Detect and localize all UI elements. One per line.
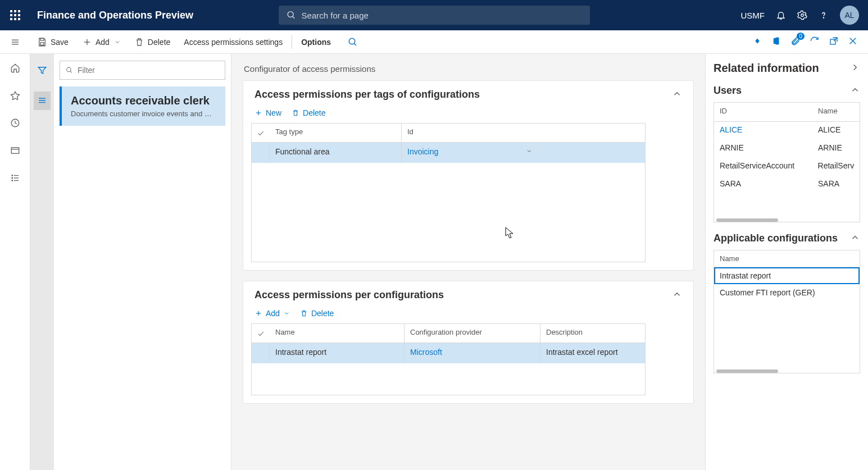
- configs-col-name[interactable]: Name: [270, 324, 405, 343]
- svg-rect-7: [40, 38, 44, 40]
- tags-new-button[interactable]: New: [255, 108, 281, 117]
- users-col-name[interactable]: Name: [812, 103, 843, 121]
- tags-section-collapse[interactable]: [672, 89, 682, 101]
- tags-row-tagtype[interactable]: Functional area: [270, 143, 402, 163]
- save-label: Save: [51, 38, 69, 47]
- svg-rect-8: [40, 42, 44, 45]
- configs-row-desc[interactable]: Intrastat excel report: [540, 343, 644, 363]
- users-row-id[interactable]: ARNIE: [714, 140, 812, 158]
- users-row[interactable]: RetailServiceAccount RetailServ: [714, 158, 860, 176]
- configs-row-name[interactable]: Intrastat report: [270, 343, 405, 363]
- list-tool-button[interactable]: [34, 92, 51, 110]
- nav-recent-button[interactable]: [10, 118, 20, 130]
- nav-home-button[interactable]: [10, 63, 20, 75]
- chevron-down-icon: [114, 39, 121, 45]
- help-button[interactable]: [819, 10, 829, 20]
- top-bar: Finance and Operations Preview USMF AL: [0, 0, 868, 30]
- svg-rect-20: [11, 148, 19, 154]
- configs-grid-row[interactable]: Intrastat report Microsoft Intrastat exc…: [252, 343, 645, 363]
- chevron-right-icon: [850, 62, 860, 72]
- global-search[interactable]: [279, 6, 590, 25]
- applicable-row[interactable]: Intrastat report: [714, 267, 860, 284]
- attachments-button[interactable]: 0: [790, 36, 801, 48]
- add-button[interactable]: Add: [75, 34, 128, 51]
- legal-entity-label[interactable]: USMF: [741, 11, 765, 20]
- users-row-name: ALICE: [812, 122, 846, 140]
- scrollbar-horizontal[interactable]: [716, 218, 778, 222]
- users-row-id[interactable]: SARA: [714, 176, 812, 194]
- configs-col-desc[interactable]: Description: [540, 324, 644, 343]
- tags-grid-row[interactable]: Functional area Invoicing: [252, 143, 645, 163]
- chevron-up-icon: [672, 289, 682, 299]
- users-row[interactable]: ARNIE ARNIE: [714, 140, 860, 158]
- gear-icon: [797, 10, 807, 20]
- users-col-id[interactable]: ID: [714, 103, 812, 121]
- list-filter-input[interactable]: [60, 61, 225, 80]
- users-row-id[interactable]: ALICE: [714, 122, 812, 140]
- users-section-title: Users: [714, 85, 742, 97]
- svg-marker-13: [755, 39, 760, 44]
- configs-section-collapse[interactable]: [672, 289, 682, 301]
- save-button[interactable]: Save: [30, 34, 75, 51]
- filter-tool-button[interactable]: [34, 62, 51, 80]
- configs-add-label: Add: [266, 309, 280, 318]
- users-row[interactable]: ALICE ALICE: [714, 122, 860, 140]
- nav-favorites-button[interactable]: [10, 90, 20, 102]
- applicable-col-name[interactable]: Name: [714, 250, 860, 267]
- role-list-item[interactable]: Accounts receivable clerk Documents cust…: [60, 86, 225, 126]
- settings-button[interactable]: [797, 10, 807, 20]
- users-section-collapse[interactable]: [850, 85, 860, 97]
- chevron-up-icon: [850, 232, 860, 243]
- plus-icon: [255, 309, 262, 317]
- tags-grid-select-all[interactable]: [252, 124, 270, 142]
- users-row-id[interactable]: RetailServiceAccount: [714, 158, 812, 176]
- related-info-expand[interactable]: [850, 62, 860, 74]
- global-search-input[interactable]: [302, 11, 582, 20]
- configs-row-checkbox[interactable]: [252, 343, 270, 363]
- workspace-icon: [10, 145, 20, 156]
- app-launcher-button[interactable]: [0, 10, 30, 20]
- tags-row-id[interactable]: Invoicing: [402, 143, 538, 163]
- configs-delete-button[interactable]: Delete: [300, 309, 334, 318]
- question-icon: [819, 10, 829, 20]
- popout-button[interactable]: [829, 36, 839, 48]
- search-icon: [348, 37, 358, 47]
- user-avatar[interactable]: AL: [840, 6, 859, 25]
- tags-row-id-value: Invoicing: [407, 147, 438, 156]
- configs-add-button[interactable]: Add: [255, 309, 290, 318]
- svg-marker-28: [38, 67, 46, 74]
- tags-delete-button[interactable]: Delete: [292, 108, 325, 117]
- workspace: Accounts receivable clerk Documents cust…: [0, 54, 868, 470]
- permissions-button[interactable]: Access permissions settings: [177, 34, 289, 50]
- configs-row-provider[interactable]: Microsoft: [405, 343, 540, 363]
- tags-col-id[interactable]: Id: [402, 124, 538, 142]
- power-apps-button[interactable]: [752, 36, 762, 48]
- close-page-button[interactable]: [848, 36, 858, 48]
- tags-row-checkbox[interactable]: [252, 143, 270, 163]
- configs-col-provider[interactable]: Configuration provider: [405, 324, 540, 343]
- users-row[interactable]: SARA SARA: [714, 176, 860, 194]
- refresh-button[interactable]: [810, 36, 820, 48]
- nav-modules-button[interactable]: [10, 173, 20, 185]
- page-search-button[interactable]: [338, 34, 365, 51]
- options-button[interactable]: Options: [294, 34, 338, 50]
- chevron-up-icon: [672, 89, 682, 99]
- scrollbar-horizontal[interactable]: [716, 369, 778, 373]
- related-info-panel: Related information Users ID Name ALICE …: [705, 54, 868, 470]
- tags-section-title: Access permissions per tags of configura…: [255, 89, 480, 101]
- notifications-button[interactable]: [776, 10, 786, 20]
- nav-workspaces-button[interactable]: [10, 145, 20, 157]
- trash-icon: [134, 37, 144, 47]
- office-button[interactable]: [771, 36, 781, 48]
- tags-col-tagtype[interactable]: Tag type: [270, 124, 402, 142]
- applicable-section-collapse[interactable]: [850, 232, 860, 244]
- delete-label: Delete: [148, 38, 170, 47]
- configs-grid-select-all[interactable]: [252, 324, 270, 343]
- nav-toggle-button[interactable]: [0, 37, 30, 47]
- delete-button[interactable]: Delete: [128, 34, 177, 51]
- svg-point-0: [288, 12, 293, 17]
- list-icon: [37, 95, 47, 105]
- list-filter-field[interactable]: [78, 66, 219, 75]
- applicable-row[interactable]: Customer FTI report (GER): [714, 284, 860, 301]
- list-pane-tools: [30, 54, 54, 470]
